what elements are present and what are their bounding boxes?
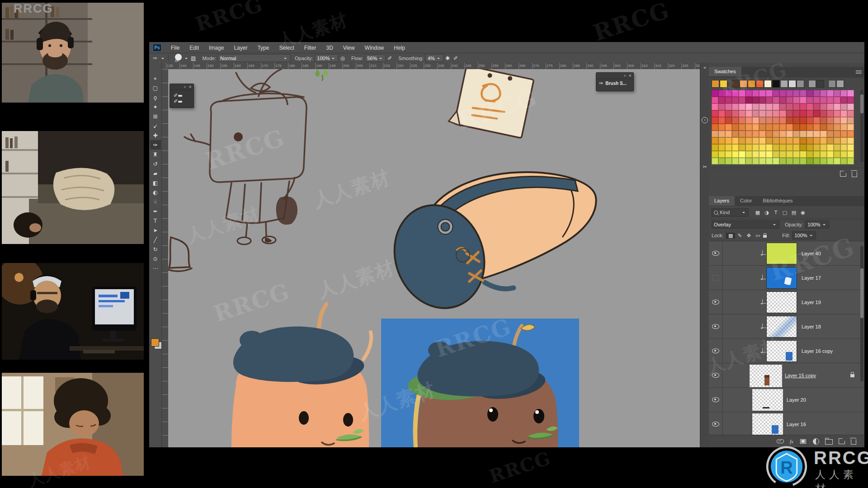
menu-select[interactable]: Select (274, 45, 299, 51)
swatch-cell[interactable] (800, 151, 807, 158)
swatch-cell[interactable] (834, 151, 840, 158)
swatch-cell[interactable] (732, 97, 739, 103)
swatch-cell[interactable] (807, 124, 813, 131)
layer-name[interactable]: Layer 16 (787, 422, 806, 427)
swatch-preset[interactable] (748, 80, 755, 88)
info-panel-icon[interactable]: i (702, 117, 708, 123)
menu-image[interactable]: Image (204, 45, 229, 51)
document-canvas[interactable] (168, 69, 700, 447)
swatch-cell[interactable] (752, 90, 759, 97)
swatch-cell[interactable] (779, 117, 786, 124)
swatch-cell[interactable] (766, 97, 773, 103)
swatch-cell[interactable] (827, 103, 834, 110)
swatch-cell[interactable] (759, 131, 766, 137)
dodge-tool[interactable]: ◐ (150, 188, 161, 197)
menu-filter[interactable]: Filter (299, 45, 321, 51)
swatch-cell[interactable] (766, 110, 773, 117)
swatch-cell[interactable] (786, 131, 793, 137)
swatch-cell[interactable] (813, 158, 820, 164)
swatch-cell[interactable] (732, 90, 739, 97)
mini-collapse-icon[interactable]: » (184, 85, 186, 89)
swatch-cell[interactable] (759, 137, 766, 144)
swatch-cell[interactable] (807, 117, 813, 124)
swatch-cell[interactable] (759, 124, 766, 131)
swatch-cell[interactable] (725, 90, 732, 97)
airbrush-icon[interactable]: ✐ (387, 55, 392, 61)
webcam-feed-3[interactable] (2, 263, 144, 360)
swatch-cell[interactable] (739, 124, 745, 131)
link-layers-icon[interactable] (777, 439, 784, 443)
smoothing-gear-icon[interactable]: ✱ (445, 55, 450, 61)
swatch-cell[interactable] (773, 90, 779, 97)
layer-visibility-toggle[interactable] (709, 290, 723, 314)
swatch-preset[interactable] (720, 80, 727, 88)
swatch-cell[interactable] (834, 124, 840, 131)
swatch-cell[interactable] (759, 151, 766, 158)
swatch-cell[interactable] (712, 144, 718, 151)
swatch-cell[interactable] (752, 137, 759, 144)
swatch-cell[interactable] (793, 137, 800, 144)
pen-tool[interactable]: ✒ (150, 206, 161, 216)
swatch-cell[interactable] (813, 103, 820, 110)
swatch-cell[interactable] (779, 110, 786, 117)
swatch-cell[interactable] (847, 144, 854, 151)
rotate-view-tool[interactable]: ↻ (150, 244, 161, 254)
swatch-cell[interactable] (793, 158, 800, 164)
swatch-cell[interactable] (800, 144, 807, 151)
swatch-cell[interactable] (752, 124, 759, 131)
layer-name[interactable]: Layer 40 (802, 251, 821, 256)
swatch-cell[interactable] (807, 103, 813, 110)
lock-artboard-icon[interactable]: ▭ (753, 233, 762, 239)
swatch-cell[interactable] (820, 158, 827, 164)
swatch-cell[interactable] (834, 117, 840, 124)
swatch-cell[interactable] (745, 151, 752, 158)
swatch-cell[interactable] (847, 137, 854, 144)
swatch-cell[interactable] (786, 144, 793, 151)
swatch-cell[interactable] (725, 103, 732, 110)
swatch-cell[interactable] (752, 131, 759, 137)
layer-row[interactable]: Layer 19 (709, 290, 864, 314)
layer-name[interactable]: Layer 15 copy (785, 373, 816, 378)
gradient-tool[interactable]: ◧ (150, 178, 161, 188)
swatch-cell[interactable] (840, 151, 847, 158)
swatch-cell[interactable] (759, 97, 766, 103)
swatch-cell[interactable] (712, 117, 718, 124)
menu-window[interactable]: Window (360, 45, 389, 51)
swatch-cell[interactable] (712, 110, 718, 117)
swatch-cell[interactable] (834, 103, 840, 110)
vertical-ruler[interactable] (162, 69, 169, 447)
swatch-cell[interactable] (827, 124, 834, 131)
swatch-cell[interactable] (813, 144, 820, 151)
webcam-feed-2[interactable] (2, 131, 144, 244)
swatch-cell[interactable] (793, 117, 800, 124)
swatch-cell[interactable] (786, 117, 793, 124)
swatch-cell[interactable] (779, 151, 786, 158)
swatch-cell[interactable] (840, 103, 847, 110)
swatch-cell[interactable] (834, 90, 840, 97)
smoothing-select[interactable]: 4% (425, 54, 443, 62)
swatch-cell[interactable] (773, 103, 779, 110)
swatch-cell[interactable] (840, 124, 847, 131)
swatch-cell[interactable] (712, 158, 718, 164)
swatch-cell[interactable] (718, 144, 725, 151)
clone-stamp-tool[interactable]: ♜ (150, 150, 161, 159)
swatch-preset[interactable] (828, 80, 836, 88)
tab-bibliothèques[interactable]: Bibliothèques (757, 196, 798, 206)
swatch-preset[interactable] (731, 80, 739, 88)
swatch-cell[interactable] (779, 90, 786, 97)
swatch-cell[interactable] (827, 158, 834, 164)
new-layer-icon[interactable] (839, 438, 845, 444)
swatch-cell[interactable] (739, 131, 745, 137)
angle-brush-icon[interactable]: ✐ (453, 55, 458, 61)
swatch-cell[interactable] (834, 110, 840, 117)
swatch-cell[interactable] (800, 103, 807, 110)
swatch-cell[interactable] (786, 90, 793, 97)
history-brush-tool[interactable]: ↺ (150, 159, 161, 169)
swatch-cell[interactable] (813, 110, 820, 117)
swatch-cell[interactable] (745, 124, 752, 131)
swatch-cell[interactable] (834, 137, 840, 144)
swatch-cell[interactable] (725, 117, 732, 124)
swatch-cell[interactable] (793, 90, 800, 97)
swatch-cell[interactable] (786, 137, 793, 144)
swatch-cell[interactable] (739, 97, 745, 103)
